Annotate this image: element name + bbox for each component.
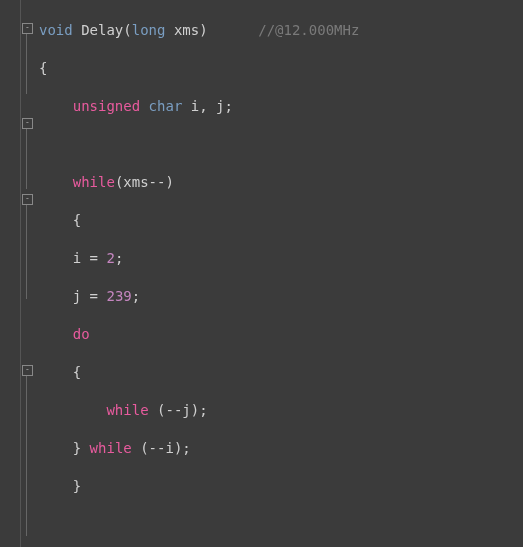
fold-column: - - - - [21,0,33,547]
fold-toggle-icon[interactable]: - [22,118,33,129]
expr: (--j); [157,402,208,418]
code-line[interactable]: j = 239; [39,287,523,306]
fold-toggle-icon[interactable]: - [22,194,33,205]
code-line[interactable]: void Delay(long xms) //@12.000MHz [39,21,523,40]
code-line[interactable] [39,135,523,154]
function-name: Delay [81,22,123,38]
keyword-type: void [39,22,73,38]
code-line[interactable]: do [39,325,523,344]
code-line[interactable]: { [39,59,523,78]
number-literal: 239 [106,288,131,304]
code-line[interactable]: { [39,211,523,230]
code-area[interactable]: void Delay(long xms) //@12.000MHz { unsi… [33,0,523,547]
keyword-do: do [73,326,90,342]
expr: (xms--) [115,174,174,190]
keyword-flow: while [90,440,132,456]
gutter [0,0,21,547]
fold-toggle-icon[interactable]: - [22,23,33,34]
code-line[interactable]: } [39,477,523,496]
expr: (--i); [140,440,191,456]
variable-decl: i, j; [191,98,233,114]
code-line[interactable]: } while (--i); [39,439,523,458]
code-line[interactable] [39,515,523,534]
code-line[interactable]: i = 2; [39,249,523,268]
code-line[interactable]: unsigned char i, j; [39,97,523,116]
code-line[interactable]: while (--j); [39,401,523,420]
param-name: xms [174,22,199,38]
code-line[interactable]: while(xms--) [39,173,523,192]
keyword-type: long [132,22,166,38]
code-editor[interactable]: - - - - void Delay(long xms) //@12.000MH… [0,0,523,547]
keyword-flow: while [106,402,148,418]
code-line[interactable]: { [39,363,523,382]
keyword-modifier: unsigned [73,98,140,114]
keyword-flow: while [73,174,115,190]
comment: //@12.000MHz [258,22,359,38]
number-literal: 2 [106,250,114,266]
fold-toggle-icon[interactable]: - [22,365,33,376]
keyword-type: char [149,98,183,114]
